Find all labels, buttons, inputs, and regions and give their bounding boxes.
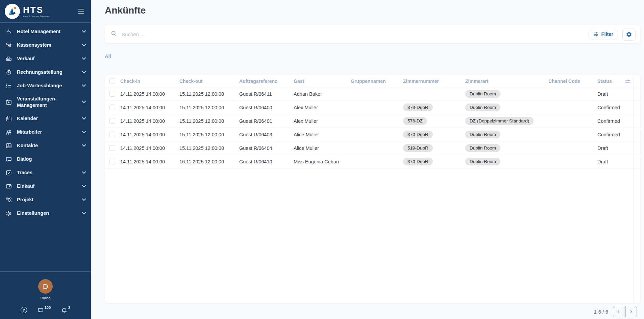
table-row[interactable]: 14.11.2025 14:00:00 15.11.2025 12:00:00 … [105, 87, 640, 101]
cell-check-out: 15.11.2025 12:00:00 [179, 145, 239, 151]
brand-block: HTS Hotel & Tourism Solutions [23, 5, 50, 17]
row-checkbox[interactable] [109, 105, 115, 110]
chevron-down-icon [82, 99, 86, 104]
col-header-zimmernummer[interactable]: Zimmernummer [403, 78, 465, 84]
pagination: 1-6 / 6 [105, 306, 640, 317]
col-header-check-in[interactable]: Check-in [120, 78, 179, 84]
settings-gear-button[interactable] [622, 28, 636, 41]
brand-name: HTS [23, 5, 50, 14]
cell-status: Confirmed [597, 118, 624, 124]
cash-register-icon [5, 55, 12, 62]
chat-bubble-icon [5, 156, 12, 163]
sidebar-item-kassensystem[interactable]: Kassensystem [0, 38, 91, 52]
sidebar-item-label: Rechnungsstellung [17, 69, 63, 75]
row-checkbox[interactable] [109, 159, 115, 164]
col-header-gruppennamen[interactable]: Gruppennamen [351, 78, 403, 84]
cell-check-out: 15.11.2025 12:00:00 [179, 118, 239, 124]
cell-zimmerart: Dublin Room [465, 158, 548, 166]
col-header-status[interactable]: Status [597, 78, 624, 84]
cell-check-out: 16.11.2025 12:00:00 [179, 159, 239, 164]
sidebar-item-mitarbeiter[interactable]: Mitarbeiter [0, 126, 91, 139]
table-row[interactable]: 14.11.2025 14:00:00 15.11.2025 12:00:00 … [105, 128, 640, 141]
table-body: 14.11.2025 14:00:00 15.11.2025 12:00:00 … [105, 87, 640, 168]
storefront-icon [5, 42, 12, 48]
row-select-cell [105, 118, 120, 124]
avatar[interactable]: D [38, 279, 53, 294]
sidebar-item-veranstaltungen-management[interactable]: Veranstaltungen-Management [0, 92, 91, 112]
tab-all[interactable]: All [105, 53, 111, 59]
table-row[interactable]: 14.11.2025 14:00:00 15.11.2025 12:00:00 … [105, 114, 640, 128]
sidebar-item-kontakte[interactable]: Kontakte [0, 139, 91, 153]
chevron-left-icon [616, 309, 621, 314]
cell-status: Confirmed [597, 132, 624, 137]
help-icon[interactable]: ? [21, 307, 27, 313]
chevron-down-icon [82, 169, 86, 174]
sidebar-item-kalender[interactable]: Kalender [0, 112, 91, 126]
sidebar-item-label: Projekt [17, 197, 33, 203]
cell-gast: Alice Muller [294, 145, 351, 151]
cell-check-in: 14.11.2025 14:00:00 [120, 132, 179, 137]
filter-button[interactable]: Filter [588, 29, 618, 40]
sidebar-item-projekt[interactable]: Projekt [0, 193, 91, 207]
table-row[interactable]: 14.11.2025 14:00:00 15.11.2025 12:00:00 … [105, 141, 640, 155]
sidebar-item-label: Mitarbeiter [17, 129, 42, 135]
select-all-checkbox[interactable] [109, 78, 115, 84]
search-input[interactable] [122, 31, 588, 37]
bell-icon[interactable]: 2 [61, 307, 70, 314]
sidebar-item-job-warteschlange[interactable]: Job-Warteschlange [0, 79, 91, 92]
col-header-check-out[interactable]: Check-out [179, 78, 239, 84]
sidebar-item-rechnungsstellung[interactable]: Rechnungsstellung [0, 65, 91, 79]
col-header-zimmerart[interactable]: Zimmerart [465, 78, 548, 84]
sidebar-item-label: Job-Warteschlange [17, 83, 62, 89]
sidebar-item-einkauf[interactable]: Einkauf [0, 180, 91, 193]
row-checkbox[interactable] [109, 132, 115, 137]
sidebar-item-verkauf[interactable]: Verkauf [0, 52, 91, 65]
sliders-icon [593, 31, 599, 37]
cell-status: Draft [597, 159, 624, 164]
chat-count-badge: 100 [45, 305, 51, 310]
cell-auftragsreferenz: Guest R/06404 [239, 145, 294, 151]
sidebar-nav: Hotel Management Kassensystem Verkauf Re… [0, 23, 91, 220]
next-page-button[interactable] [625, 306, 637, 317]
sidebar-item-traces[interactable]: Traces [0, 166, 91, 180]
row-checkbox[interactable] [109, 91, 115, 97]
sidebar-item-hotel-management[interactable]: Hotel Management [0, 25, 91, 38]
search-icon [110, 30, 117, 38]
sidebar-item-einstellungen[interactable]: Einstellungen [0, 207, 91, 220]
cloche-icon [5, 28, 12, 35]
sidebar-item-dialog[interactable]: Dialog [0, 153, 91, 166]
chevron-down-icon [82, 83, 86, 87]
queue-list-icon [5, 82, 12, 89]
arrivals-table: Check-in Check-out Auftragsreferenz Gast… [105, 75, 640, 303]
cell-gast: Alice Muller [294, 132, 351, 137]
gear-icon [626, 31, 632, 38]
cell-check-in: 14.11.2025 14:00:00 [120, 118, 179, 124]
bell-count-badge: 2 [68, 305, 70, 310]
sidebar-header: HTS Hotel & Tourism Solutions [0, 0, 91, 22]
row-checkbox[interactable] [109, 145, 115, 151]
table-row[interactable]: 14.11.2025 14:00:00 15.11.2025 12:00:00 … [105, 101, 640, 114]
calendar-star-icon [5, 99, 12, 106]
row-checkbox[interactable] [109, 118, 115, 124]
chevron-down-icon [82, 197, 86, 201]
col-header-channel-code[interactable]: Channel Code [548, 78, 597, 84]
sidebar-item-label: Kontakte [17, 142, 38, 149]
room-number-badge: 576-DZ [403, 117, 427, 125]
main-content: Ankünfte Filter All Check-in Check-out A… [91, 0, 644, 319]
col-header-auftragsreferenz[interactable]: Auftragsreferenz [239, 78, 294, 84]
col-header-gast[interactable]: Gast [294, 78, 351, 84]
chat-icon[interactable]: 100 [37, 307, 51, 314]
cell-zimmerart: DZ (Doppelzimmer Standard) [465, 117, 548, 125]
cell-gast: Miss Eugenia Ceban [294, 159, 351, 164]
calendar-icon [5, 115, 12, 122]
room-type-badge: Dublin Room [465, 131, 500, 139]
previous-page-button[interactable] [613, 306, 624, 317]
hamburger-menu-icon[interactable] [77, 7, 85, 15]
row-select-cell [105, 91, 120, 97]
sidebar-item-label: Hotel Management [17, 28, 60, 35]
column-settings-icon[interactable] [624, 78, 634, 85]
search-card: Filter [105, 25, 640, 43]
table-row[interactable]: 14.11.2025 14:00:00 16.11.2025 12:00:00 … [105, 155, 640, 168]
sidebar-user-section: D Diana ? 100 2 [0, 271, 91, 319]
cell-check-out: 15.11.2025 12:00:00 [179, 132, 239, 137]
